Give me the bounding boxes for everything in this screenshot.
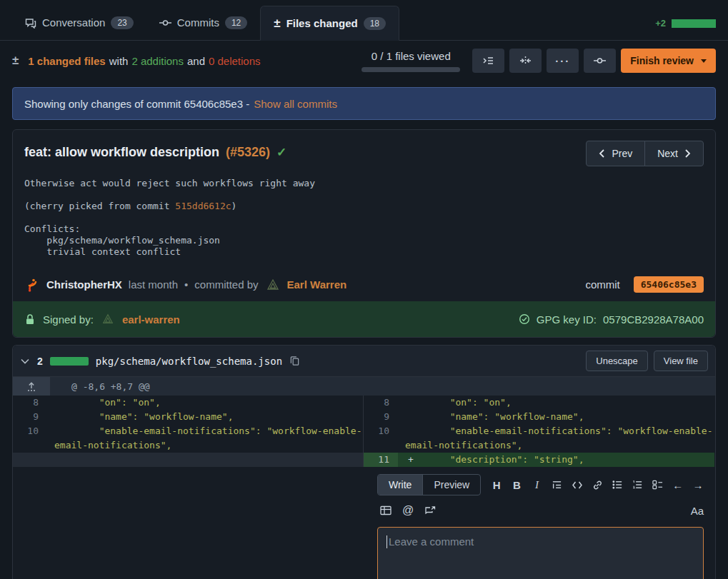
comment-placeholder: Leave a comment — [389, 535, 474, 548]
code-icon[interactable] — [572, 480, 583, 490]
signer-name[interactable]: earl-warren — [122, 313, 180, 326]
author-name[interactable]: ChristopherHX — [46, 278, 122, 291]
unescape-button[interactable]: Unescape — [586, 351, 648, 371]
diff-file-box: 2 pkg/schema/workflow_schema.json Unesca… — [12, 345, 716, 579]
text-cursor — [387, 535, 387, 548]
line-number: 11 — [364, 453, 398, 467]
copy-path-icon[interactable] — [289, 356, 300, 366]
conflicts-block: Conflicts: pkg/schema/workflow_schema.js… — [24, 223, 704, 258]
line-content: "name": "workflow-name", — [47, 410, 363, 424]
quote-icon[interactable] — [552, 480, 563, 490]
next-commit-button[interactable]: Next — [644, 141, 704, 166]
author-avatar[interactable] — [24, 277, 40, 293]
commit-options-button[interactable] — [584, 49, 616, 73]
line-number: 9 — [13, 410, 47, 424]
changed-files-count: 1 changed files — [28, 55, 105, 67]
split-diff: 8 "on": "on", 9 "name": "workflow-name",… — [13, 396, 715, 467]
committed-by-label: committed by — [194, 278, 258, 291]
diff-line[interactable]: 9 "name": "workflow-name", — [13, 410, 363, 424]
tab-conversation[interactable]: Conversation 23 — [12, 5, 146, 40]
inline-comment-form: Write Preview H B I — [13, 467, 715, 579]
line-number: 8 — [364, 396, 398, 410]
diff-line[interactable]: 10 "enable-email-notifications": "workfl… — [364, 424, 714, 453]
diff-line[interactable]: 8 "on": "on", — [364, 396, 714, 410]
commit-title-text: feat: allow workflow description — [24, 145, 219, 160]
diff-line[interactable]: 8 "on": "on", — [13, 396, 363, 410]
bold-icon[interactable]: B — [511, 479, 522, 491]
summary-with: with — [109, 55, 129, 67]
line-number: 10 — [364, 424, 398, 453]
file-path[interactable]: pkg/schema/workflow_schema.json — [96, 356, 282, 367]
diff-stat: +2 — [655, 18, 716, 29]
chevron-right-icon — [684, 149, 691, 158]
arrow-left-icon[interactable]: ← — [672, 479, 684, 491]
line-number: 9 — [364, 410, 398, 424]
tab-files-changed[interactable]: ± Files changed 18 — [260, 6, 399, 41]
chevron-left-icon — [599, 149, 605, 158]
finish-review-button[interactable]: Finish review — [621, 49, 716, 73]
task-list-icon[interactable] — [652, 480, 664, 490]
view-file-button[interactable]: View file — [654, 351, 708, 371]
next-label: Next — [657, 148, 678, 159]
editor-toolbar-secondary: @ Aa — [377, 504, 704, 517]
file-change-count: 2 — [37, 356, 43, 367]
files-viewed: 0 / 1 files viewed — [361, 49, 460, 72]
link-icon[interactable] — [592, 480, 603, 490]
hunk-header-text: @ -8,6 +8,7 @@ — [50, 377, 150, 396]
diff-line[interactable]: 10 "enable-email-notifications": "workfl… — [13, 424, 363, 453]
split-view-toggle-button[interactable] — [509, 49, 542, 73]
commit-filter-banner: Showing only changes of commit 65406c85e… — [12, 87, 716, 120]
tab-commits[interactable]: Commits 12 — [146, 5, 261, 40]
expand-hunk-button[interactable] — [13, 377, 50, 396]
gpg-key-label: GPG key ID: — [537, 313, 597, 326]
ordered-list-icon[interactable] — [632, 480, 643, 490]
conversation-icon — [25, 17, 36, 29]
text-mode-toggle[interactable]: Aa — [691, 505, 704, 517]
mention-icon[interactable]: @ — [402, 504, 414, 517]
deletions-count: 0 deletions — [209, 55, 261, 67]
collapse-file-icon[interactable] — [20, 358, 30, 365]
arrow-right-icon[interactable]: → — [692, 479, 704, 491]
show-all-commits-link[interactable]: Show all commits — [254, 98, 337, 110]
tab-commits-label: Commits — [177, 16, 219, 29]
reference-icon[interactable] — [424, 505, 436, 515]
diff-line[interactable]: 9 "name": "workflow-name", — [364, 410, 714, 424]
ellipsis-icon: ··· — [555, 55, 570, 67]
committer-name[interactable]: Earl Warren — [287, 278, 347, 291]
signer-avatar[interactable] — [101, 312, 115, 326]
verified-icon — [519, 313, 530, 325]
prev-commit-button[interactable]: Prev — [586, 141, 645, 166]
banner-text: Showing only changes of commit 65406c85e… — [24, 98, 249, 110]
addition-sign: + — [408, 453, 414, 467]
diff-stat-bar — [672, 19, 716, 28]
files-viewed-progressbar — [361, 67, 460, 72]
line-content: "on": "on", — [47, 396, 363, 410]
tab-conversation-label: Conversation — [42, 16, 105, 29]
tab-preview[interactable]: Preview — [422, 475, 480, 495]
lock-icon — [24, 313, 36, 326]
tab-write[interactable]: Write — [378, 475, 422, 495]
gpg-key-id: 0579CB2928A78A00 — [603, 313, 704, 326]
signed-by-label: Signed by: — [43, 313, 94, 326]
cherry-pick-hash-link[interactable]: 515dd6612c — [175, 201, 231, 211]
cherry-pick-line: (cherry picked from commit 515dd6612c) — [24, 201, 704, 212]
committer-avatar[interactable] — [265, 277, 281, 293]
more-options-button[interactable]: ··· — [547, 49, 579, 73]
unordered-list-icon[interactable] — [612, 480, 623, 490]
italic-icon[interactable]: I — [532, 479, 543, 491]
comment-textarea[interactable]: Leave a comment — [377, 527, 704, 579]
dot-separator: • — [184, 278, 188, 291]
diff-added-line[interactable]: 11 "description": "string",+ — [364, 453, 714, 467]
heading-icon[interactable]: H — [491, 479, 502, 491]
diff-pane-new: 8 "on": "on", 9 "name": "workflow-name",… — [364, 396, 714, 467]
line-content: "enable-email-notifications": "workflow-… — [398, 424, 714, 453]
line-number: 8 — [13, 396, 47, 410]
line-content: "on": "on", — [398, 396, 714, 410]
line-number: 10 — [13, 424, 47, 453]
issue-reference-link[interactable]: (#5326) — [226, 145, 270, 160]
commit-title: feat: allow workflow description (#5326)… — [24, 141, 286, 160]
file-tree-toggle-button[interactable] — [472, 49, 504, 73]
commit-hash-badge[interactable]: 65406c85e3 — [634, 276, 704, 293]
diff-icon: ± — [274, 16, 280, 31]
table-icon[interactable] — [380, 505, 392, 515]
